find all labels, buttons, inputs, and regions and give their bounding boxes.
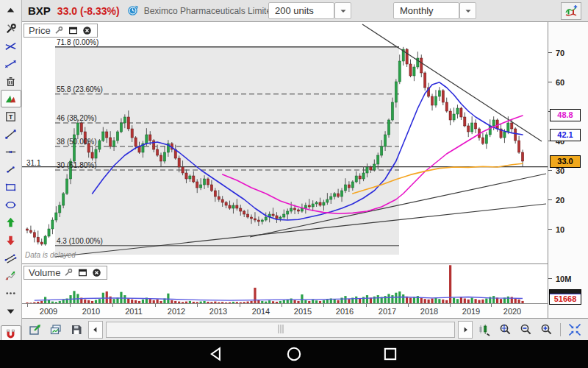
year-tick — [155, 304, 156, 307]
zoom-range-button[interactable] — [496, 321, 514, 339]
year-label-2014: 2014 — [252, 307, 270, 316]
hline-x-tool-button[interactable] — [1, 143, 21, 160]
year-tick — [366, 304, 367, 307]
fib-level-label: 46 (38.20%) — [57, 114, 96, 122]
interval-dropdown-value: Monthly — [400, 5, 434, 16]
pattern-icon — [4, 92, 18, 106]
arrow-down-tool-button[interactable] — [1, 231, 21, 249]
forecast-icon — [4, 269, 18, 283]
units-dropdown[interactable]: 200 units — [268, 2, 334, 19]
zoom-out-button[interactable] — [517, 321, 534, 339]
price-settings-icon[interactable] — [54, 25, 65, 36]
price-chart[interactable] — [22, 22, 548, 263]
y-axis-tick — [548, 229, 552, 230]
save-button[interactable] — [68, 321, 85, 339]
segment-x-tool-button[interactable] — [1, 54, 21, 72]
fib-level-label: 38 (50.00%) — [57, 138, 96, 146]
layouts-button[interactable] — [47, 321, 65, 339]
y-axis-tick-label: 20 — [556, 196, 564, 205]
price-panel-tab: Price — [24, 24, 98, 38]
fib-level-label: 30 (61.80%) — [57, 161, 96, 169]
volume-window-icon[interactable] — [77, 267, 88, 278]
scroll-left-button[interactable] — [88, 321, 103, 339]
price-window-icon[interactable] — [68, 25, 79, 36]
fib-level-label: 55.8 (23.60%) — [57, 85, 103, 93]
nav-home-button[interactable] — [284, 344, 304, 364]
year-label-2018: 2018 — [420, 307, 438, 316]
year-label-2017: 2017 — [379, 307, 396, 316]
price-tag-33.0: 33.0 — [550, 155, 581, 168]
scroll-down-tool-button[interactable] — [1, 302, 21, 319]
price-tag-42.1: 42.1 — [550, 129, 581, 141]
company-name-label: Beximco Pharmaceuticals Limited — [144, 6, 276, 16]
scroll-right-button[interactable] — [458, 321, 473, 339]
interval-dropdown-arrow[interactable] — [459, 2, 476, 19]
interval-dropdown[interactable]: Monthly — [393, 2, 459, 19]
symbol-label: BXP — [28, 4, 51, 17]
chart-scrollbar[interactable] — [106, 322, 455, 338]
more-tool-button[interactable] — [1, 284, 21, 302]
nav-back-button[interactable] — [207, 344, 226, 364]
y-axis-tick-label: 10 — [556, 225, 564, 234]
segment-x-icon — [4, 57, 18, 71]
tools-icon — [4, 21, 18, 35]
share-button[interactable] — [26, 321, 44, 339]
fib-level-label: 71.8 (0.00%) — [57, 38, 98, 46]
tools-tool-button[interactable] — [1, 19, 21, 37]
fib-level-label: 4.3 (100.00%) — [57, 237, 103, 245]
trash-tool-button[interactable] — [1, 72, 21, 90]
candle-zoom-button[interactable] — [476, 321, 493, 339]
ellipse-tool-button[interactable] — [1, 196, 21, 213]
scroll-up-tool-button[interactable] — [1, 1, 21, 19]
more-icon — [4, 286, 18, 300]
year-label-2013: 2013 — [209, 307, 227, 316]
year-label-2016: 2016 — [336, 307, 354, 316]
year-label-2015: 2015 — [294, 307, 312, 316]
y-axis-tick — [548, 170, 552, 171]
nav-recents-button[interactable] — [381, 344, 400, 364]
collapse-button[interactable] — [566, 321, 584, 339]
delayed-data-note: Data is delayed — [25, 251, 76, 259]
trend-cross-icon — [4, 39, 18, 53]
bottom-toolbar — [22, 318, 588, 340]
text-icon: T — [4, 110, 18, 124]
rect-tool-button[interactable] — [1, 178, 21, 196]
new-chart-button[interactable] — [561, 2, 581, 20]
volume-settings-icon[interactable] — [63, 267, 74, 278]
price-tag-48.8: 48.8 — [550, 109, 581, 121]
year-tick — [491, 304, 492, 307]
volume-axis-tick — [548, 278, 552, 279]
year-tick — [323, 304, 324, 307]
trash-icon — [4, 74, 18, 88]
segment-tool-button[interactable] — [1, 160, 21, 178]
drawing-toolbar: T? — [0, 0, 22, 340]
volume-panel: Volume — [22, 263, 548, 304]
y-axis-tick-label: 70 — [556, 49, 564, 57]
price-close-icon[interactable] — [82, 25, 93, 36]
year-tick — [240, 304, 240, 307]
year-tick — [450, 304, 451, 307]
units-dropdown-arrow[interactable] — [334, 2, 351, 19]
arrow-down-icon — [4, 233, 18, 247]
trendline-tool-button[interactable] — [1, 125, 21, 143]
y-axis-tick — [548, 199, 552, 200]
trendline-icon — [4, 127, 18, 141]
year-label-2012: 2012 — [168, 307, 185, 316]
year-tick — [112, 304, 113, 307]
arrow-up-icon — [4, 216, 18, 230]
year-label-2020: 2020 — [503, 307, 521, 316]
android-nav-bar — [0, 340, 588, 368]
forecast-tool-button[interactable] — [1, 266, 21, 284]
scrollbar-grip[interactable] — [278, 325, 283, 333]
ellipse-icon — [4, 198, 18, 212]
text-tool-button[interactable]: T — [1, 107, 21, 125]
pattern-tool-button[interactable] — [1, 90, 21, 107]
channel-tool-button[interactable] — [1, 249, 21, 266]
trend-cross-tool-button[interactable] — [1, 37, 21, 54]
arrow-up-tool-button[interactable] — [1, 213, 21, 231]
price-change-label: 33.0 (-8.33%) — [57, 5, 120, 17]
volume-close-icon[interactable] — [91, 267, 102, 278]
segment-icon — [4, 163, 18, 177]
zoom-in-button[interactable] — [537, 321, 555, 339]
header-bar: BXP 33.0 (-8.33%) Beximco Pharmaceutical… — [22, 0, 588, 22]
